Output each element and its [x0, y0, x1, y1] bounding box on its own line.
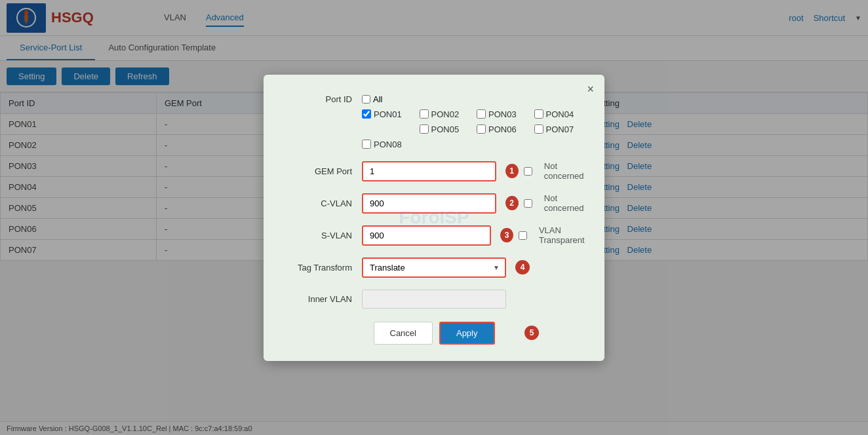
pon-checkboxes: PON01PON02PON03PON04PON05PON06PON07PON08: [362, 109, 578, 149]
all-label: All: [373, 94, 382, 104]
s-vlan-label: S-VLAN: [290, 231, 362, 240]
pon-checkbox-item: PON06: [477, 124, 521, 134]
pon-checkbox-item: PON08: [362, 140, 406, 149]
pon-checkbox-pon07[interactable]: [534, 124, 543, 134]
step-4-badge: 4: [515, 260, 530, 261]
s-vlan-input[interactable]: [362, 225, 491, 246]
pon-checkbox-item: PON02: [420, 109, 464, 119]
pon-checkbox-pon05[interactable]: [420, 124, 429, 134]
port-id-row: Port ID All: [290, 94, 578, 104]
c-vlan-input-row: 2 Not concerned: [362, 193, 595, 214]
s-vlan-transparent-checkbox[interactable]: [519, 231, 527, 240]
gem-port-label: GEM Port: [290, 166, 362, 176]
pon-checkbox-pon02[interactable]: [420, 109, 429, 119]
pon-checkbox-pon01[interactable]: [362, 109, 371, 119]
step-2-badge: 2: [505, 196, 519, 210]
pon-checkbox-item: PON03: [477, 109, 521, 119]
pon-checkbox-item: PON04: [534, 109, 579, 119]
gem-port-input-row: 1 Not concerned: [362, 161, 595, 181]
all-row: All: [362, 94, 382, 104]
modal-close-button[interactable]: ×: [587, 83, 594, 96]
gem-port-not-concerned-label: Not concerned: [544, 161, 595, 181]
pon-label-pon02: PON02: [431, 109, 460, 119]
s-vlan-transparent-label: VLAN Transparent: [539, 225, 601, 245]
port-id-section: Port ID All PON01PON02PON03PON04PON05PON…: [290, 94, 578, 149]
pon-label-pon05: PON05: [431, 124, 460, 134]
pon-label-pon06: PON06: [488, 124, 517, 134]
port-id-label: Port ID: [290, 94, 362, 104]
gem-port-not-concerned-checkbox[interactable]: [524, 167, 532, 176]
pon-label-pon04: PON04: [546, 109, 574, 119]
modal: ForoISP × Port ID All PON01PON02PON03PON…: [264, 75, 604, 261]
c-vlan-input[interactable]: [362, 193, 496, 214]
pon-label-pon08: PON08: [374, 140, 402, 149]
pon-label-pon07: PON07: [546, 124, 574, 134]
pon-checkbox-item: PON01: [362, 109, 406, 119]
c-vlan-not-concerned-checkbox[interactable]: [524, 199, 532, 208]
tag-transform-select-wrapper: TranslateAddRemoveReplace ▼: [362, 257, 506, 261]
step-3-badge: 3: [500, 228, 513, 242]
pon-label-pon03: PON03: [488, 109, 517, 119]
modal-overlay: ForoISP × Port ID All PON01PON02PON03PON…: [0, 0, 868, 261]
pon-checkbox-pon03[interactable]: [477, 109, 486, 119]
c-vlan-label: C-VLAN: [290, 199, 362, 208]
step-1-badge: 1: [505, 164, 519, 178]
all-checkbox[interactable]: [362, 95, 370, 104]
tag-transform-input-row: TranslateAddRemoveReplace ▼ 4: [362, 257, 530, 261]
gem-port-row: GEM Port 1 Not concerned: [290, 161, 578, 181]
pon-checkbox-pon06[interactable]: [477, 124, 486, 134]
c-vlan-row: C-VLAN 2 Not concerned: [290, 193, 578, 214]
s-vlan-row: S-VLAN 3 VLAN Transparent: [290, 225, 578, 246]
pon-checkbox-item: PON07: [534, 124, 579, 134]
gem-port-input[interactable]: [362, 161, 496, 181]
pon-checkbox-item: PON05: [420, 124, 464, 134]
tag-transform-row: Tag Transform TranslateAddRemoveReplace …: [290, 257, 578, 261]
c-vlan-not-concerned-label: Not concerned: [544, 193, 595, 213]
tag-transform-select[interactable]: TranslateAddRemoveReplace: [362, 257, 506, 261]
s-vlan-input-row: 3 VLAN Transparent: [362, 225, 601, 246]
pon-checkbox-pon04[interactable]: [534, 109, 543, 119]
pon-checkbox-pon08[interactable]: [362, 140, 371, 149]
pon-label-pon01: PON01: [374, 109, 402, 119]
